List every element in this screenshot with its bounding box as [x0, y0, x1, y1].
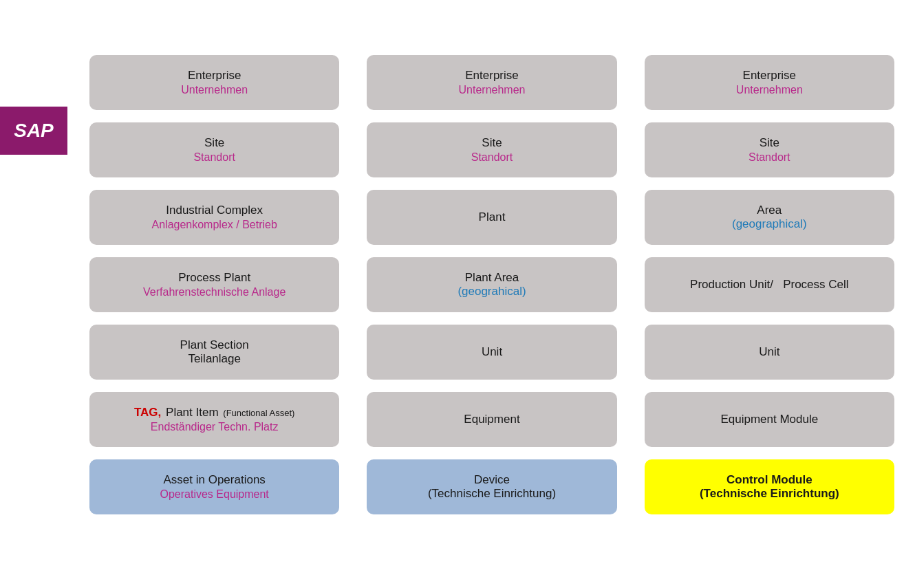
- card-site-col1-line2: Standort: [193, 151, 235, 164]
- card-plant-section-line2: Teilanlage: [188, 352, 241, 366]
- card-enterprise-col3: Enterprise Unternehmen: [645, 55, 894, 110]
- card-production-unit: Production Unit/ Process Cell: [645, 257, 894, 312]
- card-tag-red: TAG,: [134, 406, 161, 420]
- card-enterprise-col2-line1: Enterprise: [465, 69, 518, 83]
- card-process-plant-line1: Process Plant: [178, 271, 250, 285]
- card-control-module-line1: Control Module: [726, 473, 812, 487]
- card-plant-section-line1: Plant Section: [180, 338, 249, 352]
- card-plant-area: Plant Area (geograhical): [367, 257, 616, 312]
- card-enterprise-col3-line2: Unternehmen: [736, 84, 803, 96]
- card-industrial-complex-line2: Anlagenkomplex / Betrieb: [152, 219, 277, 231]
- card-control-module: Control Module (Technische Einrichtung): [645, 459, 894, 514]
- card-enterprise-col3-line1: Enterprise: [743, 69, 796, 83]
- card-enterprise-col1: Enterprise Unternehmen: [89, 55, 339, 110]
- card-site-col2: Site Standort: [367, 122, 616, 177]
- card-site-col3: Site Standort: [645, 122, 894, 177]
- card-unit-col3-text: Unit: [759, 345, 779, 359]
- card-equipment-module: Equipment Module: [645, 392, 894, 447]
- card-unit-col3: Unit: [645, 325, 894, 380]
- card-plant: Plant: [367, 190, 616, 245]
- card-tag-plant-item-text: Plant Item: [162, 406, 222, 420]
- card-site-col2-line2: Standort: [471, 151, 513, 164]
- card-enterprise-col1-line1: Enterprise: [188, 69, 241, 83]
- card-area-geo-line1-normal: Area: [757, 204, 782, 217]
- card-plant-area-geo: (geograhical): [458, 285, 526, 298]
- card-device-line1: Device: [474, 473, 510, 487]
- card-site-col3-line2: Standort: [749, 151, 790, 164]
- card-site-col1-line1: Site: [204, 136, 224, 150]
- card-equipment-text: Equipment: [464, 413, 519, 426]
- card-control-module-line2: (Technische Einrichtung): [700, 487, 839, 501]
- card-site-col1: Site Standort: [89, 122, 339, 177]
- card-site-col3-line1: Site: [760, 136, 779, 150]
- card-industrial-complex-line1: Industrial Complex: [166, 204, 263, 217]
- card-asset-in-ops-line1: Asset in Operations: [163, 473, 265, 487]
- card-site-col2-line1: Site: [482, 136, 502, 150]
- card-enterprise-col1-line2: Unternehmen: [181, 84, 248, 96]
- card-asset-in-ops: Asset in Operations Operatives Equipment: [89, 459, 339, 514]
- card-equipment-module-text: Equipment Module: [720, 413, 818, 426]
- card-plant-section: Plant Section Teilanlage: [89, 325, 339, 380]
- card-enterprise-col2: Enterprise Unternehmen: [367, 55, 616, 110]
- card-process-plant: Process Plant Verfahrenstechnische Anlag…: [89, 257, 339, 312]
- sap-logo-text: SAP: [14, 120, 54, 142]
- card-device: Device (Technische Einrichtung): [367, 459, 616, 514]
- card-plant-line1: Plant: [479, 210, 506, 224]
- card-industrial-complex: Industrial Complex Anlagenkomplex / Betr…: [89, 190, 339, 245]
- card-asset-in-ops-line2: Operatives Equipment: [160, 488, 269, 501]
- card-tag-functional-asset: (Functional Asset): [223, 408, 294, 418]
- card-tag-plant-item: TAG, Plant Item (Functional Asset) Endst…: [89, 392, 339, 447]
- hierarchy-grid: Enterprise Unternehmen Enterprise Untern…: [83, 55, 901, 514]
- card-tag-line2: Endständiger Techn. Platz: [151, 421, 279, 433]
- card-area-geo: Area (geographical): [645, 190, 894, 245]
- card-process-plant-line2: Verfahrenstechnische Anlage: [143, 286, 286, 298]
- card-equipment: Equipment: [367, 392, 616, 447]
- card-device-line2: (Technische Einrichtung): [428, 487, 556, 501]
- card-unit-col2: Unit: [367, 325, 616, 380]
- card-plant-area-text: Plant Area: [465, 271, 519, 285]
- card-area-geo-line1-blue: (geographical): [732, 217, 807, 231]
- card-enterprise-col2-line2: Unternehmen: [459, 84, 526, 96]
- card-unit-col2-text: Unit: [482, 345, 502, 359]
- card-production-unit-text: Production Unit/ Process Cell: [690, 278, 849, 292]
- sap-logo: SAP: [0, 107, 67, 155]
